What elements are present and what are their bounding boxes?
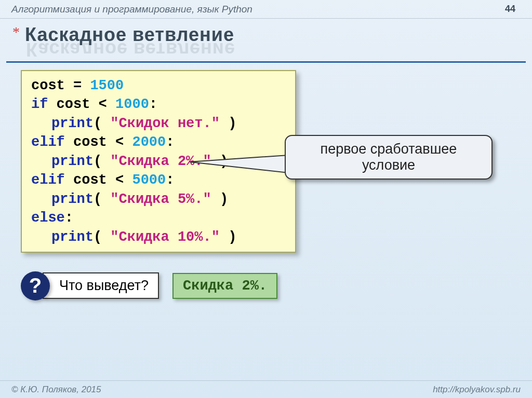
code-line: print( "Скидка 10%." )	[31, 228, 286, 246]
question-mark-icon: ?	[21, 271, 50, 300]
course-title: Алгоритмизация и программирование, язык …	[11, 4, 252, 15]
callout-box: первое сработавшее условие	[285, 135, 493, 180]
code-line: elif cost < 2000:	[31, 133, 286, 152]
title-rule	[6, 61, 526, 63]
callout-line: условие	[293, 157, 484, 173]
question-text: Что выведет?	[43, 272, 159, 299]
page-number: 44	[505, 4, 515, 15]
code-line: if cost < 1000:	[31, 95, 286, 114]
question-row: ? Что выведет? Скидка 2%.	[21, 271, 511, 300]
content: cost = 1500 if cost < 1000: print( "Скид…	[0, 70, 532, 300]
source-url: http://kpolyakov.spb.ru	[433, 385, 521, 395]
callout-line: первое сработавшее	[293, 141, 484, 157]
slide: Алгоритмизация и программирование, язык …	[0, 0, 532, 398]
answer-box: Скидка 2%.	[172, 273, 277, 299]
topbar: Алгоритмизация и программирование, язык …	[0, 0, 532, 19]
title-reflection: Каскадное ветвление	[26, 38, 520, 60]
code-block: cost = 1500 if cost < 1000: print( "Скид…	[21, 70, 296, 253]
code-line: print( "Скидка 2%." )	[31, 152, 286, 171]
code-line: print( "Скидка 5%." )	[31, 190, 286, 209]
code-line: cost = 1500	[31, 76, 286, 95]
title-star-icon: *	[12, 24, 20, 40]
title-area: * Каскадное ветвление Каскадное ветвлени…	[0, 19, 532, 61]
footer: © К.Ю. Поляков, 2015 http://kpolyakov.sp…	[0, 380, 532, 398]
code-line: print( "Скидок нет." )	[31, 114, 286, 133]
copyright: © К.Ю. Поляков, 2015	[11, 385, 101, 395]
code-line: else:	[31, 209, 286, 227]
code-line: elif cost < 5000:	[31, 171, 286, 189]
